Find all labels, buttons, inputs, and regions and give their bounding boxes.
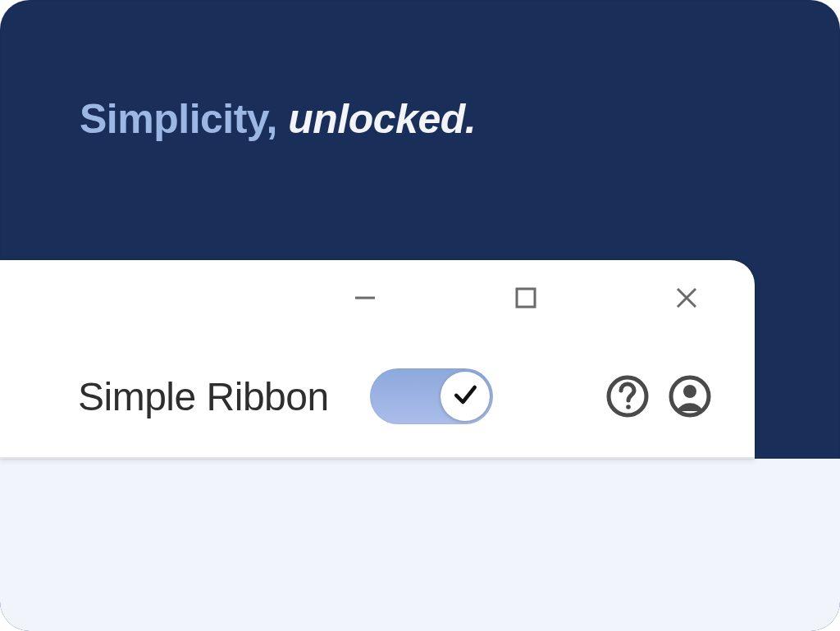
app-window: Simple Ribbon — [0, 260, 755, 459]
help-button[interactable] — [604, 373, 651, 420]
window-titlebar — [0, 260, 755, 336]
account-button[interactable] — [666, 373, 714, 420]
close-button[interactable] — [668, 279, 705, 317]
hero-tagline: Simplicity, unlocked. — [80, 97, 476, 142]
hero-tagline-bold: Simplicity, — [80, 96, 277, 142]
simple-ribbon-toggle[interactable] — [370, 368, 493, 424]
user-icon — [667, 373, 713, 419]
window-content-area — [0, 459, 840, 631]
svg-rect-1 — [517, 289, 535, 307]
svg-point-7 — [683, 385, 696, 398]
ribbon-row: Simple Ribbon — [0, 336, 755, 459]
close-icon — [673, 284, 701, 312]
hero-tagline-italic: unlocked. — [277, 96, 476, 142]
toggle-knob — [441, 372, 490, 421]
minimize-button[interactable] — [346, 279, 384, 317]
simple-ribbon-label: Simple Ribbon — [78, 374, 329, 419]
maximize-button[interactable] — [507, 279, 545, 317]
hero-card: Simplicity, unlocked. — [0, 0, 840, 631]
help-icon — [605, 373, 651, 419]
maximize-icon — [513, 285, 539, 311]
minimize-icon — [350, 283, 380, 313]
svg-point-5 — [626, 405, 631, 409]
check-icon — [450, 380, 480, 413]
